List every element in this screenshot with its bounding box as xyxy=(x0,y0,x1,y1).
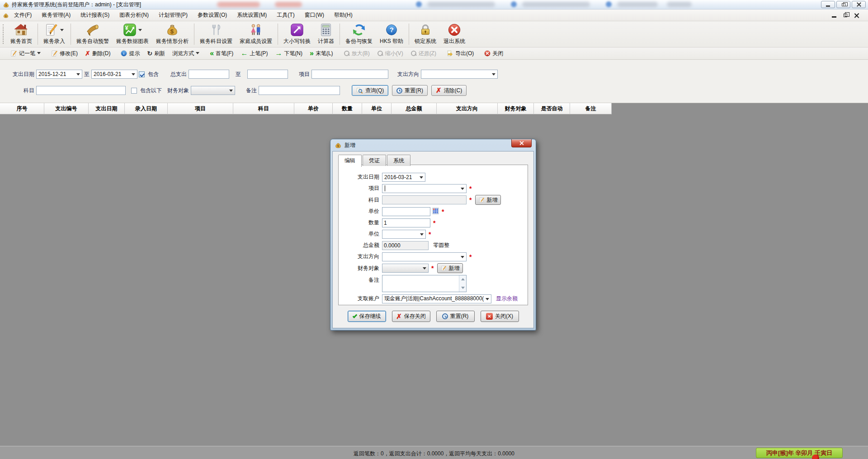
data-chart-dropdown-icon[interactable] xyxy=(138,29,142,33)
unit-combo[interactable] xyxy=(382,230,426,239)
query-button[interactable]: 查询(Q) xyxy=(352,85,388,96)
total-from-input[interactable] xyxy=(189,70,229,79)
tab-system[interactable]: 系统 xyxy=(387,155,410,166)
save-continue-button[interactable]: 保存继续 xyxy=(348,311,386,322)
total-to-input[interactable] xyxy=(247,70,288,79)
show-balance-link[interactable]: 显示余额 xyxy=(496,295,518,303)
toolbar-item-case-convert[interactable]: 大小写转换 xyxy=(280,21,314,47)
date-from-combo[interactable]: 2015-12-21 xyxy=(36,70,82,79)
note-textarea[interactable] xyxy=(382,275,459,292)
toolbar-item-hks-help[interactable]: ? HKS 帮助 xyxy=(376,21,407,47)
menu-item-window[interactable]: 窗口(W) xyxy=(300,9,329,21)
cmd-refresh[interactable]: ↻ 刷新 xyxy=(143,48,169,59)
cmd-first-record[interactable]: « 首笔(F) xyxy=(206,48,237,59)
toolbar-item-situation-analysis[interactable]: $ 账务情形分析 xyxy=(152,21,192,47)
project-input[interactable] xyxy=(311,70,388,79)
cmd-delete[interactable]: ✗ 删除(D) xyxy=(81,48,114,59)
column-header[interactable]: 备注 xyxy=(570,103,612,114)
column-header[interactable]: 支出方向 xyxy=(437,103,498,114)
dialog-reset-button[interactable]: 重置(R) xyxy=(436,311,475,322)
quantity-input[interactable] xyxy=(382,218,430,227)
calc-grid-icon[interactable] xyxy=(432,208,439,216)
include-below-checkbox[interactable] xyxy=(131,88,137,94)
cmd-next-record[interactable]: → 下笔(N) xyxy=(271,48,306,59)
menu-item-reports[interactable]: 统计报表(S) xyxy=(75,9,114,21)
restore-button[interactable] xyxy=(836,1,850,8)
menu-item-plan-mgmt[interactable]: 计划管理(P) xyxy=(154,9,193,21)
toolbar-item-data-chart[interactable]: ¥ 账务数据图表 xyxy=(113,21,152,47)
column-header[interactable]: 数量 xyxy=(333,103,362,114)
direction-combo[interactable] xyxy=(421,70,498,79)
cmd-add-record[interactable]: 记一笔 xyxy=(7,48,44,59)
dialog-titlebar[interactable]: $ 新增 xyxy=(330,139,536,151)
mdi-close-icon[interactable] xyxy=(854,13,859,18)
menu-item-file[interactable]: 文件(F) xyxy=(9,9,37,21)
cmd-prev-record[interactable]: ← 上笔(P) xyxy=(237,48,271,59)
minimize-button[interactable] xyxy=(821,1,835,8)
subject-input[interactable] xyxy=(36,86,126,95)
expense-date-combo[interactable]: 2016-03-21 xyxy=(382,173,425,182)
toolbar-item-entry[interactable]: 账务录入 xyxy=(40,21,69,47)
column-header[interactable]: 财务对象 xyxy=(498,103,534,114)
note-input[interactable] xyxy=(259,86,340,95)
toolbar-item-subject-settings[interactable]: 账务科目设置 xyxy=(196,21,236,47)
column-header[interactable]: 序号 xyxy=(0,103,44,114)
scroll-down-icon[interactable] xyxy=(461,287,465,291)
cmd-view-mode[interactable]: 浏览方式 xyxy=(169,48,203,59)
dialog-close-action-button[interactable]: ✕ 关闭(X) xyxy=(481,311,519,322)
cmd-close[interactable]: 关闭 xyxy=(481,48,507,59)
column-header[interactable]: 支出编号 xyxy=(44,103,89,114)
mdi-restore-icon[interactable] xyxy=(844,14,847,17)
column-header[interactable]: 项目 xyxy=(168,103,233,114)
financial-object-combo[interactable] xyxy=(382,264,429,273)
column-header[interactable]: 支出日期 xyxy=(89,103,125,114)
note-scrollbar[interactable] xyxy=(459,275,466,292)
cmd-export[interactable]: 导出(O) xyxy=(443,48,477,59)
dialog-close-button[interactable] xyxy=(511,139,532,147)
column-header[interactable]: 录入日期 xyxy=(125,103,168,114)
toolbar-item-backup-restore[interactable]: 备份与恢复 xyxy=(342,21,376,47)
direction-combo[interactable] xyxy=(382,252,467,261)
save-close-button[interactable]: ✗ 保存关闭 xyxy=(392,311,430,322)
toolbar-item-family-members[interactable]: 家庭成员设置 xyxy=(236,21,276,47)
tab-edit[interactable]: 编辑 xyxy=(338,155,362,167)
toolbar-grip[interactable] xyxy=(3,24,5,44)
column-header[interactable]: 单价 xyxy=(294,103,333,114)
date-to-combo[interactable]: 2016-03-21 xyxy=(91,70,137,79)
view-mode-dropdown-icon[interactable] xyxy=(196,52,199,56)
column-header[interactable]: 单位 xyxy=(362,103,392,114)
lunar-calendar-button[interactable]: 丙申[猴]年 辛卯月 壬寅日 xyxy=(756,448,843,458)
subject-input[interactable] xyxy=(382,195,467,204)
scroll-up-icon[interactable] xyxy=(461,276,465,280)
add-financial-object-button[interactable]: 新增 xyxy=(437,263,463,273)
menu-item-param-settings[interactable]: 参数设置(O) xyxy=(193,9,232,21)
add-record-dropdown-icon[interactable] xyxy=(37,52,41,56)
column-header[interactable]: 科目 xyxy=(233,103,294,114)
tab-voucher[interactable]: 凭证 xyxy=(363,155,386,166)
close-button[interactable] xyxy=(852,1,866,8)
toolbar-item-auto-alert[interactable]: 账务自动预警 xyxy=(73,21,113,47)
toolbar-item-exit-system[interactable]: 退出系统 xyxy=(440,21,469,47)
cmd-edit[interactable]: 修改(E) xyxy=(47,48,81,59)
cmd-hint[interactable]: i 提示 xyxy=(117,48,143,59)
cmd-last-record[interactable]: » 末笔(L) xyxy=(306,48,337,59)
menu-item-system-settings[interactable]: 系统设置(M) xyxy=(232,9,272,21)
toolbar-item-lock-system[interactable]: 锁定系统 xyxy=(411,21,440,47)
menu-item-chart-analysis[interactable]: 图表分析(N) xyxy=(114,9,154,21)
menu-item-tools[interactable]: 工具(T) xyxy=(272,9,299,21)
account-combo[interactable]: 现金账户|活期|CashAccount_888888000( xyxy=(382,294,491,303)
toolbar-item-home[interactable]: 账务首页 xyxy=(7,21,36,47)
entry-dropdown-icon[interactable] xyxy=(60,29,64,33)
include-checkbox[interactable] xyxy=(139,71,145,77)
toolbar-item-calculator[interactable]: 计算器 xyxy=(314,21,338,47)
unit-price-input[interactable] xyxy=(382,207,430,216)
menu-item-help[interactable]: 帮助(H) xyxy=(329,9,358,21)
financial-object-combo[interactable] xyxy=(191,86,235,95)
menu-item-account-mgmt[interactable]: 账务管理(A) xyxy=(37,9,75,21)
reset-button[interactable]: 重置(R) xyxy=(392,85,428,96)
column-header[interactable]: 是否自动 xyxy=(534,103,570,114)
column-header[interactable]: 总金额 xyxy=(392,103,437,114)
add-subject-button[interactable]: 新增 xyxy=(475,195,501,205)
mdi-minimize-icon[interactable] xyxy=(832,16,836,18)
clear-button[interactable]: ✗ 清除(C) xyxy=(431,85,467,96)
